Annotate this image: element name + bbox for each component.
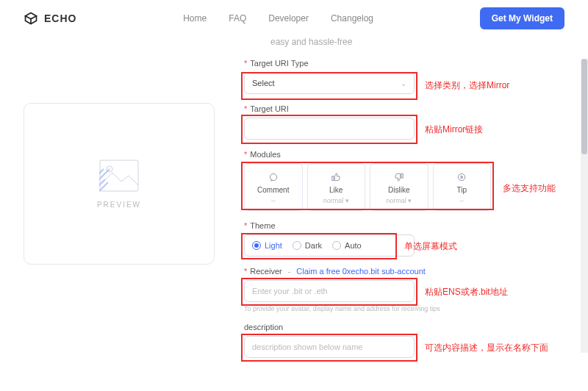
preview-panel: PREVIEW [24,59,215,368]
module-dislike[interactable]: Dislike normal ▾ [370,163,429,211]
label-modules: *Modules [244,150,564,159]
scrollbar[interactable] [581,59,588,353]
receiver-hint: To provide your avatar, display name and… [244,305,564,312]
theme-group: Light Dark Auto [244,234,415,257]
radio-dot-icon [332,241,341,250]
tagline: easy and hassle-free [270,37,588,47]
preview-label: PREVIEW [97,201,141,209]
input-receiver[interactable] [244,280,415,302]
svg-point-6 [270,173,276,180]
radio-auto[interactable]: Auto [332,241,362,250]
logo-icon [24,11,38,26]
select-target-uri-type[interactable]: Select ⌄ [244,72,415,94]
field-target-uri: *Target URI 粘贴Mirror链接 [244,104,564,140]
radio-dot-icon [293,241,301,250]
brand: ECHO [24,11,76,26]
preview-box: PREVIEW [24,103,215,265]
input-description[interactable] [244,336,415,358]
module-like[interactable]: Like normal ▾ [307,163,366,211]
form: *Target URI Type Select ⌄ 选择类别，选择Mirror … [244,59,564,368]
modules-row: Comment -- Like normal ▾ Dislike normal … [244,163,491,211]
scrollbar-thumb[interactable] [581,59,587,154]
radio-dark[interactable]: Dark [293,241,322,250]
annotation-text-6: 可选内容描述，显示在名称下面 [425,342,548,354]
claim-link[interactable]: Claim a free 0xecho.bit sub-account [296,267,425,276]
main-nav: Home FAQ Developer Changelog [183,13,373,24]
radio-dot-icon [252,241,261,250]
module-tip[interactable]: Tip -- [433,163,492,211]
annotation-text-3: 多选支持功能 [503,182,556,195]
field-target-uri-type: *Target URI Type Select ⌄ 选择类别，选择Mirror [244,59,564,94]
radio-light[interactable]: Light [252,241,282,250]
content: PREVIEW *Target URI Type Select ⌄ 选择类别，选… [0,59,588,368]
select-value: Select [252,79,275,87]
field-receiver: *Receiver- Claim a free 0xecho.bit sub-a… [244,267,564,312]
nav-home[interactable]: Home [183,13,207,24]
nav-changelog[interactable]: Changelog [331,13,373,24]
coin-icon [456,171,467,183]
label-receiver: *Receiver- Claim a free 0xecho.bit sub-a… [244,267,564,276]
label-description: description [244,323,564,331]
nav-developer[interactable]: Developer [268,13,309,24]
label-theme: *Theme [244,221,564,230]
thumbs-down-icon [394,171,404,183]
field-description: description 可选内容描述，显示在名称下面 [244,323,564,358]
annotation-text-4: 单选屏幕模式 [404,240,457,253]
header: ECHO Home FAQ Developer Changelog Get My… [0,0,588,37]
thumbs-up-icon [331,171,341,183]
annotation-text-5: 粘贴ENS或者.bit地址 [425,286,508,298]
comment-icon [268,171,279,183]
label-target-uri: *Target URI [244,104,564,113]
module-comment[interactable]: Comment -- [244,163,303,211]
label-target-uri-type: *Target URI Type [244,59,564,68]
annotation-text-1: 选择类别，选择Mirror [425,79,509,92]
nav-faq[interactable]: FAQ [229,13,246,24]
chevron-down-icon: ⌄ [401,79,406,87]
image-placeholder-icon [99,159,139,192]
brand-name: ECHO [44,12,76,24]
annotation-text-2: 粘贴Mirror链接 [425,123,483,136]
input-target-uri[interactable] [244,118,415,140]
field-modules: *Modules Comment -- Like normal ▾ Dislik… [244,150,564,211]
get-widget-button[interactable]: Get My Widget [480,7,564,29]
field-theme: *Theme Light Dark Auto 单选屏幕模式 [244,221,564,257]
svg-rect-0 [100,160,138,191]
